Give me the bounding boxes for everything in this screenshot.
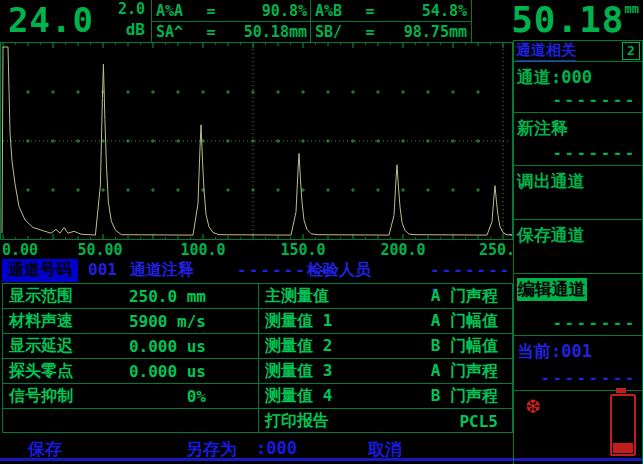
measurement-box-b: A%B = 54.8% SB/ = 98.75mm xyxy=(310,0,472,42)
param-row-print-report[interactable]: 打印报告 PCL5 xyxy=(259,409,512,434)
channel-info-row: 通道号码 001 通道注释 -------- 检验人员 -------- xyxy=(0,259,513,281)
param-row-measurement-1[interactable]: 测量值 1 A 门幅值 xyxy=(259,309,512,334)
freeze-icon: ❆ xyxy=(526,394,540,417)
ascan-plot xyxy=(0,42,513,240)
sidebar-item-dashes: ------- xyxy=(517,314,639,332)
battery-icon xyxy=(610,394,636,456)
sidebar-item-dashes: ------- xyxy=(517,91,639,109)
battery-fill xyxy=(613,443,633,453)
sidebar-item-current-channel[interactable]: 当前:001 -------- xyxy=(513,336,643,391)
measurement-row: SB/ = 98.75mm xyxy=(311,22,471,42)
parameter-column-right: 主测量值 A 门声程 测量值 1 A 门幅值 测量值 2 B 门幅值 测量值 3… xyxy=(259,283,513,433)
sidebar-item-dashes: ------- xyxy=(517,144,639,162)
meas-value: 54.8% xyxy=(379,2,467,20)
param-value: 5900 m/s xyxy=(73,312,258,331)
meas-eq: = xyxy=(202,2,220,20)
gain-unit: dB xyxy=(126,20,145,39)
param-value: A 门声程 xyxy=(332,361,512,382)
sidebar-item-label: 当前:001 xyxy=(517,340,639,363)
param-label: 材料声速 xyxy=(3,311,73,332)
main-reading: 50.18 mm xyxy=(511,0,639,40)
param-row-empty xyxy=(3,409,258,434)
param-row-display-delay[interactable]: 显示延迟 0.000 us xyxy=(3,334,258,359)
channel-number-value: 001 xyxy=(88,260,117,279)
meas-label: SB/ xyxy=(315,23,361,41)
sidebar-item-label: 新注释 xyxy=(517,117,639,140)
sidebar-item-new-note[interactable]: 新注释 ------- xyxy=(513,113,643,166)
param-value: 0% xyxy=(73,387,258,406)
parameter-table: 显示范围 250.0 mm 材料声速 5900 m/s 显示延迟 0.000 u… xyxy=(2,283,513,433)
gain-step: 2.0 xyxy=(118,0,145,18)
x-axis: 0.0050.00100.0150.0200.0250.0 xyxy=(0,240,513,259)
param-value: 250.0 mm xyxy=(73,287,258,306)
sidebar-item-label: 通道:000 xyxy=(517,66,639,89)
x-axis-tick-label: 50.00 xyxy=(77,241,122,259)
save-as-value[interactable]: :000 xyxy=(256,438,297,458)
param-row-measurement-3[interactable]: 测量值 3 A 门声程 xyxy=(259,359,512,384)
measurement-row: A%A = 90.8% xyxy=(152,0,311,22)
param-value: 0.000 us xyxy=(73,337,258,356)
param-label: 信号抑制 xyxy=(3,386,73,407)
meas-eq: = xyxy=(361,2,379,20)
measurement-row: SA^ = 50.18mm xyxy=(152,22,311,42)
meas-label: A%A xyxy=(156,2,202,20)
gain-readout: 24.0 2.0 dB xyxy=(0,0,150,42)
sidebar-status-area: ❆ xyxy=(513,391,643,464)
top-bar: 24.0 2.0 dB A%A = 90.8% SA^ = 50.18mm A%… xyxy=(0,0,643,42)
param-value: B 门声程 xyxy=(332,386,512,407)
param-label: 打印报告 xyxy=(259,411,329,432)
param-value: A 门声程 xyxy=(329,286,512,307)
x-axis-tick-label: 250.0 xyxy=(479,241,513,259)
param-row-material-velocity[interactable]: 材料声速 5900 m/s xyxy=(3,309,258,334)
x-axis-tick-label: 100.0 xyxy=(180,241,225,259)
sidebar-item-recall-channel[interactable]: 调出通道 xyxy=(513,166,643,220)
param-label: 显示延迟 xyxy=(3,336,73,357)
param-label: 探头零点 xyxy=(3,361,73,382)
param-value: 0.000 us xyxy=(73,362,258,381)
meas-eq: = xyxy=(361,23,379,41)
param-value: PCL5 xyxy=(329,412,512,431)
meas-value: 98.75mm xyxy=(379,23,467,41)
channel-number-field[interactable]: 通道号码 xyxy=(2,259,78,282)
meas-value: 90.8% xyxy=(220,2,307,20)
param-label: 测量值 1 xyxy=(259,311,332,332)
param-row-main-measurement[interactable]: 主测量值 A 门声程 xyxy=(259,284,512,309)
measurement-row: A%B = 54.8% xyxy=(311,0,471,22)
parameter-column-left: 显示范围 250.0 mm 材料声速 5900 m/s 显示延迟 0.000 u… xyxy=(2,283,259,433)
measurement-box-a: A%A = 90.8% SA^ = 50.18mm xyxy=(151,0,311,42)
inspector-label[interactable]: 检验人员 xyxy=(307,260,371,281)
sidebar-item-channel[interactable]: 通道:000 ------- xyxy=(513,62,643,113)
flaw-detector-screen: 24.0 2.0 dB A%A = 90.8% SA^ = 50.18mm A%… xyxy=(0,0,643,464)
softkey-sidebar: 通道相关 2 通道:000 ------- 新注释 ------- 调出通道 保… xyxy=(513,40,643,464)
param-label: 显示范围 xyxy=(3,286,73,307)
meas-label: A%B xyxy=(315,2,361,20)
x-axis-tick-label: 200.0 xyxy=(380,241,425,259)
param-row-reject[interactable]: 信号抑制 0% xyxy=(3,384,258,409)
sidebar-item-label: 调出通道 xyxy=(517,170,639,193)
sidebar-item-label: 编辑通道 xyxy=(517,278,587,301)
param-row-measurement-2[interactable]: 测量值 2 B 门幅值 xyxy=(259,334,512,359)
sidebar-header: 通道相关 2 xyxy=(513,40,643,62)
sidebar-page-number: 2 xyxy=(622,42,640,60)
param-value: B 门幅值 xyxy=(332,336,512,357)
param-value: A 门幅值 xyxy=(332,311,512,332)
param-row-display-range[interactable]: 显示范围 250.0 mm xyxy=(3,284,258,309)
meas-value: 50.18mm xyxy=(220,23,307,41)
ascan-waveform xyxy=(1,43,512,239)
sidebar-item-label: 保存通道 xyxy=(517,224,639,247)
main-reading-value: 50.18 xyxy=(511,0,624,40)
param-row-probe-zero[interactable]: 探头零点 0.000 us xyxy=(3,359,258,384)
param-row-measurement-4[interactable]: 测量值 4 B 门声程 xyxy=(259,384,512,409)
meas-eq: = xyxy=(202,23,220,41)
param-label: 测量值 4 xyxy=(259,386,332,407)
param-label: 主测量值 xyxy=(259,286,329,307)
sidebar-item-edit-channel[interactable]: 编辑通道 ------- xyxy=(513,274,643,336)
main-reading-unit: mm xyxy=(625,2,639,16)
x-axis-tick-label: 150.0 xyxy=(280,241,325,259)
sidebar-item-dashes: -------- xyxy=(517,369,639,387)
param-label: 测量值 2 xyxy=(259,336,332,357)
channel-note-label[interactable]: 通道注释 xyxy=(130,260,194,281)
sidebar-item-save-channel[interactable]: 保存通道 xyxy=(513,220,643,274)
param-label: 测量值 3 xyxy=(259,361,332,382)
gain-value: 24.0 xyxy=(8,0,94,40)
